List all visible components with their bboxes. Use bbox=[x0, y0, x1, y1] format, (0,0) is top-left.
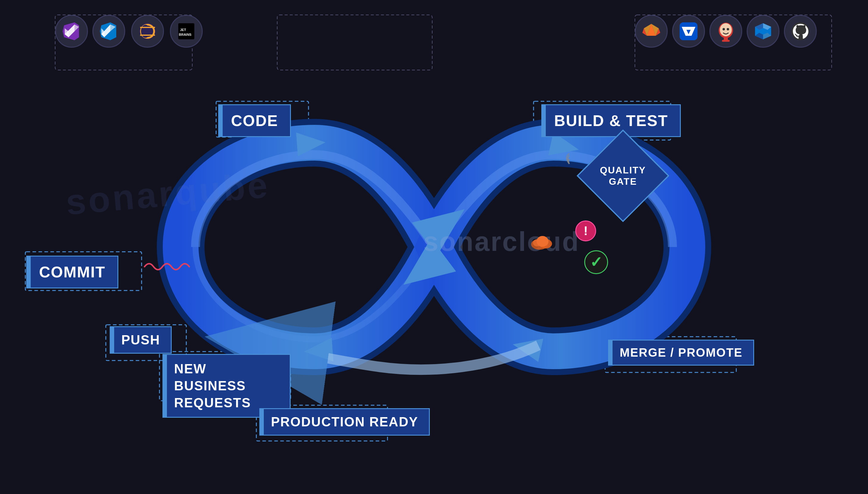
quality-gate-text: QUALITY GATE bbox=[591, 165, 655, 187]
push-label: PUSH bbox=[110, 326, 172, 354]
merge-promote-label: MERGE / PROMOTE bbox=[608, 340, 754, 366]
code-label: CODE bbox=[218, 104, 291, 137]
gitlab-icon bbox=[635, 15, 668, 48]
eclipse-icon bbox=[131, 15, 164, 48]
error-status-icon: ! bbox=[575, 221, 596, 241]
signal-icon bbox=[560, 149, 578, 168]
svg-point-14 bbox=[533, 239, 541, 246]
svg-point-25 bbox=[141, 25, 150, 38]
svg-point-39 bbox=[722, 28, 725, 31]
svg-rect-42 bbox=[722, 40, 730, 42]
jenkins-icon bbox=[710, 15, 742, 48]
visual-studio-icon bbox=[55, 15, 88, 48]
success-status-icon: ✓ bbox=[584, 250, 608, 274]
github-icon bbox=[784, 15, 817, 48]
bitbucket-icon bbox=[672, 15, 705, 48]
squiggle-icon bbox=[143, 259, 191, 272]
svg-rect-3 bbox=[277, 15, 432, 70]
svg-point-40 bbox=[727, 28, 729, 31]
build-test-label: BUILD & TEST bbox=[541, 104, 681, 137]
commit-label: COMMIT bbox=[26, 255, 118, 288]
diagram-container: sonarqube sonarcloud bbox=[0, 0, 868, 494]
jetbrains-icon: JET BRAINS bbox=[170, 15, 203, 48]
azure-devops-icon bbox=[747, 15, 779, 48]
production-ready-label: PRODUCTION READY bbox=[259, 408, 430, 436]
svg-text:JET: JET bbox=[180, 28, 186, 32]
svg-text:BRAINS: BRAINS bbox=[179, 33, 191, 36]
watermark-sonarcloud: sonarcloud bbox=[423, 226, 580, 257]
sonarcloud-icon bbox=[531, 232, 554, 251]
vscode-icon bbox=[92, 15, 125, 48]
